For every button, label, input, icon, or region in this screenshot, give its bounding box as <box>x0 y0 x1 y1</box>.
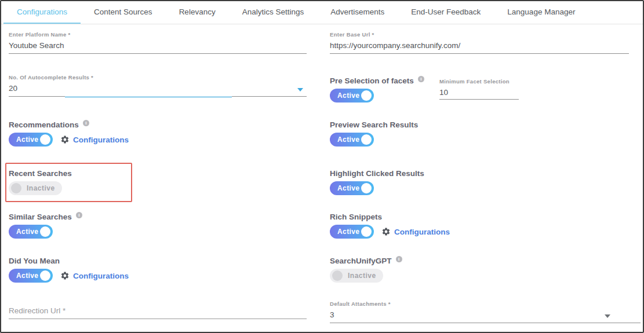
minimum-facet-selection-label: Minimum Facet Selection <box>439 78 519 85</box>
dropdown-caret-icon[interactable] <box>297 88 303 92</box>
focus-underline <box>65 96 232 98</box>
base-url-value[interactable]: https://yourcompany.searchunify.com/ <box>330 41 629 54</box>
gear-icon <box>60 135 70 144</box>
autocomplete-results-value[interactable]: 20 <box>9 84 307 97</box>
info-icon[interactable]: i <box>76 212 82 218</box>
platform-name-value[interactable]: Youtube Search <box>9 41 307 54</box>
pre-selection-facets-toggle[interactable]: Active <box>330 89 374 103</box>
autocomplete-results-field[interactable]: No. Of Autocomplete Results * 20 <box>9 74 307 97</box>
toggle-knob <box>361 90 372 101</box>
autocomplete-results-text: 20 <box>9 84 17 93</box>
base-url-field[interactable]: Enter Base Url * https://yourcompany.sea… <box>330 31 629 54</box>
searchunify-gpt-section: SearchUnifyGPT i Inactive <box>330 256 402 283</box>
preview-search-results-title: Preview Search Results <box>330 120 418 129</box>
gear-icon <box>381 227 391 236</box>
tab-configurations[interactable]: Configurations <box>3 1 81 24</box>
minimum-facet-selection-field[interactable]: Minimum Facet Selection 10 <box>439 78 519 100</box>
recent-searches-title: Recent Searches <box>9 169 72 178</box>
settings-page: Configurations Content Sources Relevancy… <box>0 0 644 333</box>
tab-language-manager[interactable]: Language Manager <box>494 1 588 24</box>
toggle-knob <box>361 226 372 237</box>
default-attachments-label: Default Attachments * <box>330 301 641 307</box>
redirection-url-input[interactable]: Redirection Url * <box>9 306 307 319</box>
pre-selection-facets-section: Pre Selection of facets i Active <box>330 76 424 103</box>
autocomplete-results-label: No. Of Autocomplete Results * <box>9 74 307 80</box>
rich-snippets-title: Rich Snippets <box>330 213 382 221</box>
minimum-facet-selection-value[interactable]: 10 <box>439 88 519 100</box>
tab-advertisements[interactable]: Advertisements <box>317 1 398 24</box>
tab-end-user-feedback[interactable]: End-User Feedback <box>398 1 494 24</box>
toggle-knob <box>40 226 50 237</box>
toggle-state-label: Active <box>337 228 359 236</box>
toggle-knob <box>332 270 343 281</box>
toggle-state-label: Active <box>16 136 38 144</box>
similar-searches-toggle[interactable]: Active <box>9 225 53 239</box>
default-attachments-field[interactable]: Default Attachments * 3 <box>330 301 641 323</box>
recent-searches-toggle[interactable]: Inactive <box>9 181 62 195</box>
rich-snippets-configurations-link[interactable]: Configurations <box>381 227 450 236</box>
tab-analytics-settings[interactable]: Analytics Settings <box>229 1 318 24</box>
similar-searches-title: Similar Searches <box>9 213 72 221</box>
highlight-clicked-results-toggle[interactable]: Active <box>330 181 374 195</box>
toggle-knob <box>361 134 372 145</box>
platform-name-label: Enter Platform Name * <box>9 31 307 38</box>
default-attachments-value[interactable]: 3 <box>330 310 641 323</box>
gear-icon <box>60 271 70 280</box>
toggle-knob <box>361 183 372 193</box>
tab-content-sources[interactable]: Content Sources <box>81 1 166 24</box>
platform-name-field[interactable]: Enter Platform Name * Youtube Search <box>9 31 307 54</box>
configurations-link-label: Configurations <box>394 228 450 236</box>
recent-searches-section: Recent Searches Inactive <box>9 169 72 195</box>
toggle-state-label: Inactive <box>348 272 376 280</box>
dropdown-caret-icon[interactable] <box>605 314 610 318</box>
did-you-mean-configurations-link[interactable]: Configurations <box>60 271 129 280</box>
toggle-state-label: Active <box>337 136 359 144</box>
toggle-knob <box>40 134 50 145</box>
rich-snippets-section: Rich Snippets Active Configurations <box>330 212 450 239</box>
toggle-state-label: Active <box>337 184 359 192</box>
tab-relevancy[interactable]: Relevancy <box>166 1 229 24</box>
searchunify-gpt-toggle[interactable]: Inactive <box>330 269 383 283</box>
did-you-mean-title: Did You Mean <box>9 257 60 265</box>
default-attachments-text: 3 <box>330 310 334 319</box>
preview-search-results-toggle[interactable]: Active <box>330 133 374 147</box>
tab-bar: Configurations Content Sources Relevancy… <box>1 1 643 24</box>
highlight-clicked-results-section: Highlight Clicked Results Active <box>330 169 424 195</box>
info-icon[interactable]: i <box>418 76 424 82</box>
info-icon[interactable]: i <box>83 120 89 126</box>
rich-snippets-toggle[interactable]: Active <box>330 225 374 239</box>
configurations-link-label: Configurations <box>73 136 129 144</box>
configurations-link-label: Configurations <box>73 272 129 280</box>
pre-selection-facets-title: Pre Selection of facets <box>330 76 414 85</box>
toggle-state-label: Inactive <box>27 184 55 192</box>
toggle-knob <box>11 183 21 193</box>
recommendations-configurations-link[interactable]: Configurations <box>60 135 129 144</box>
toggle-knob <box>40 270 50 281</box>
highlight-clicked-results-title: Highlight Clicked Results <box>330 169 424 178</box>
toggle-state-label: Active <box>337 92 359 100</box>
recommendations-toggle[interactable]: Active <box>9 133 53 147</box>
did-you-mean-section: Did You Mean Active Configurations <box>9 256 129 283</box>
toggle-state-label: Active <box>16 228 38 236</box>
similar-searches-section: Similar Searches i Active <box>9 212 82 239</box>
recommendations-section: Recommendations i Active Configurations <box>9 120 129 147</box>
redirection-url-field[interactable]: Redirection Url * <box>9 306 307 319</box>
searchunify-gpt-title: SearchUnifyGPT <box>330 257 392 265</box>
info-icon[interactable]: i <box>396 256 402 262</box>
toggle-state-label: Active <box>16 272 38 280</box>
base-url-label: Enter Base Url * <box>330 31 629 38</box>
did-you-mean-toggle[interactable]: Active <box>9 269 53 283</box>
recommendations-title: Recommendations <box>9 120 79 129</box>
preview-search-results-section: Preview Search Results Active <box>330 120 418 147</box>
configurations-panel: Enter Platform Name * Youtube Search Ent… <box>1 24 643 332</box>
